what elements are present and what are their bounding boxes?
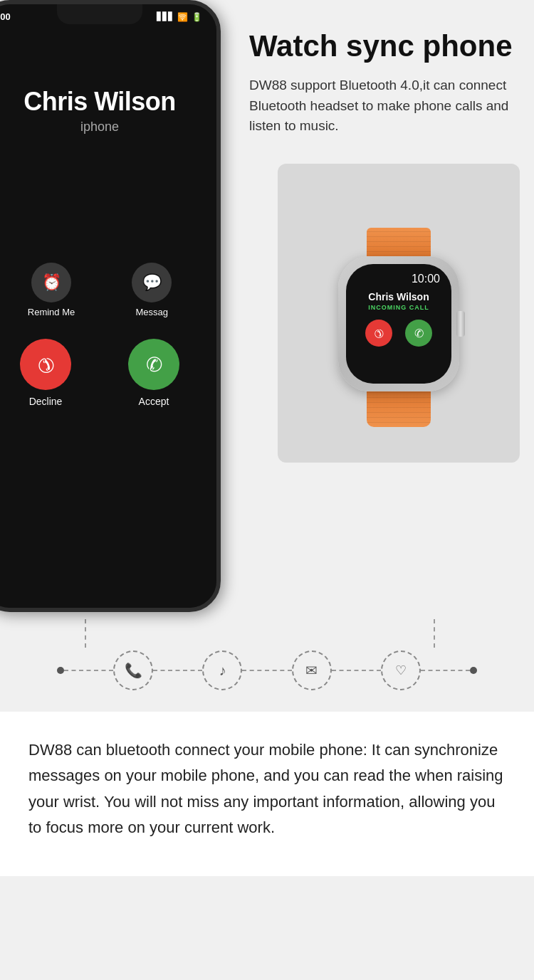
wifi-icon: 🛜 [177,12,188,22]
status-icons: ▋▋▋ 🛜 🔋 [157,11,202,22]
watch-accept-button[interactable]: ✆ [405,320,432,347]
dashed-line-5 [421,670,470,671]
phone-screen: :00 ▋▋▋ 🛜 🔋 Chris Wilson iphone ⏰ [0,4,216,608]
decline-button[interactable]: ✆ [20,339,71,390]
message-action[interactable]: 💬 Messag [132,263,172,317]
dashed-line-2 [153,670,202,671]
phone-icon-circle: 📞 [113,650,153,690]
decline-wrap: ✆ Decline [20,339,71,407]
dashed-line-3 [242,670,291,671]
music-icon-circle: ♪ [202,650,242,690]
decline-icon: ✆ [31,350,60,379]
status-time: :00 [0,11,11,22]
watch-caller-name: Chris Wilson [368,291,429,302]
accept-icon: ✆ [146,353,162,376]
message-icon: 💬 [132,263,172,302]
watch-time: 10:00 [412,273,440,285]
watch-call-buttons: ✆ ✆ [365,320,432,347]
right-anchor [470,667,477,674]
mail-icon-circle: ✉ [292,650,332,690]
dashed-line-1 [64,670,113,671]
caller-info: Chris Wilson iphone [23,87,176,135]
section-title: Watch sync phone [249,28,513,64]
watch-screen: 10:00 Chris Wilson INCOMING CALL ✆ ✆ [346,264,451,384]
watch-decline-icon: ✆ [371,325,387,342]
accept-label: Accept [139,396,169,407]
phone-wrap: :00 ▋▋▋ 🛜 🔋 Chris Wilson iphone ⏰ [0,0,242,619]
phone-body: :00 ▋▋▋ 🛜 🔋 Chris Wilson iphone ⏰ [0,0,221,612]
caller-type: iphone [23,120,176,135]
watch-accept-icon: ✆ [414,327,424,340]
bottom-description: DW88 can bluetooth connect your mobile p… [28,737,506,841]
watch-strap-bottom [367,391,431,427]
mail-icon: ✉ [305,662,318,679]
message-label: Messag [135,307,168,317]
quick-actions: ⏰ Remind Me 💬 Messag [28,263,172,317]
watch-crown [456,311,465,337]
remind-me-action[interactable]: ⏰ Remind Me [28,263,75,317]
watch-container: 10:00 Chris Wilson INCOMING CALL ✆ ✆ [278,164,520,463]
top-section: Watch sync phone DW88 support Bluetooth … [0,0,534,619]
info-panel: Watch sync phone DW88 support Bluetooth … [235,0,534,168]
music-icon: ♪ [219,663,226,679]
remind-me-label: Remind Me [28,307,75,317]
phone-statusbar: :00 ▋▋▋ 🛜 🔋 [0,11,216,22]
heart-icon-circle: ♡ [381,650,421,690]
bottom-section: DW88 can bluetooth connect your mobile p… [0,712,534,876]
heart-rate-icon: ♡ [395,663,407,678]
dots-line: 📞 ♪ ✉ ♡ [57,650,477,690]
watch-incoming-label: INCOMING CALL [368,304,429,311]
phone-icon: 📞 [125,662,142,679]
signal-icon: ▋▋▋ [157,12,174,21]
section-description: DW88 support Bluetooth 4.0,it can connec… [249,75,513,137]
watch-strap-top [367,228,431,256]
watch-body: 10:00 Chris Wilson INCOMING CALL ✆ ✆ [328,228,470,399]
vline-phone [85,619,86,648]
vline-watch [434,619,435,648]
watch-decline-button[interactable]: ✆ [365,320,392,347]
connection-section: 📞 ♪ ✉ ♡ [0,619,534,712]
left-anchor [57,667,64,674]
call-buttons: ✆ Decline ✆ Accept [20,339,179,407]
remind-me-icon: ⏰ [31,263,71,302]
battery-icon: 🔋 [192,12,202,22]
dashed-line-4 [332,670,381,671]
caller-name: Chris Wilson [23,87,176,117]
watch-case: 10:00 Chris Wilson INCOMING CALL ✆ ✆ [338,256,459,391]
decline-label: Decline [29,396,63,407]
accept-wrap: ✆ Accept [128,339,179,407]
accept-button[interactable]: ✆ [128,339,179,390]
